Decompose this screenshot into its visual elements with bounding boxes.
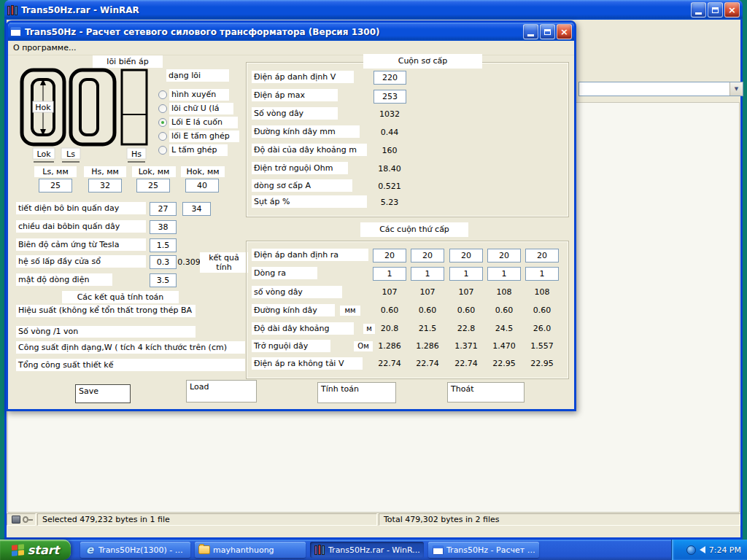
secondary-value-length-5: 26.0 [525, 323, 559, 335]
folder-icon [198, 544, 210, 556]
statusbar-total: Total 479,302 bytes in 2 files [379, 513, 740, 526]
secondary-value-diameter-3: 0.60 [449, 305, 483, 316]
secondary-value-turns-1: 107 [373, 287, 406, 298]
dim-input-hok[interactable] [185, 179, 219, 192]
start-button[interactable]: start [0, 540, 71, 560]
diagram-hok-label: Hok [35, 103, 51, 112]
secondary-input-current-5[interactable] [525, 267, 559, 281]
dim-input-lok[interactable] [136, 179, 170, 192]
winrar-restore-button[interactable] [708, 2, 723, 18]
secondary-label-current-out: Dòng ra [252, 267, 317, 279]
secondary-label-resistance: Trở nguội dây [252, 340, 330, 352]
primary-label-turns: Số vòng dây [252, 107, 338, 120]
param-label-flux-density: Biên độ cảm ứng từ Tesla [16, 238, 146, 251]
primary-title: Cuộn sơ cấp [363, 54, 482, 69]
dialog-close-button[interactable]: × [557, 24, 572, 39]
combo-dropdown-icon[interactable]: ▼ [729, 82, 743, 96]
dim-label-hs: Hs, мм [84, 166, 126, 177]
secondary-input-current-4[interactable] [487, 267, 521, 281]
dim-input-hs[interactable] [88, 179, 122, 192]
secondary-input-voltage-3[interactable] [449, 249, 483, 262]
primary-label-voltage: Điện áp danh định V [252, 71, 354, 83]
taskbar-item-transformer-app[interactable]: Trans50Hz - Расчет с... [428, 542, 539, 558]
winrar-titlebar[interactable]: Trans50Hz.rar - WinRAR × [4, 0, 743, 20]
param-input-bobbin-section-a[interactable] [150, 202, 177, 216]
windows-flag-icon [12, 544, 24, 556]
start-button-label: start [28, 543, 60, 557]
internet-explorer-icon: e [84, 544, 96, 556]
maximize-icon [544, 29, 551, 35]
primary-input-voltage-max[interactable] [374, 90, 406, 104]
secondary-input-voltage-4[interactable] [487, 249, 521, 262]
secondary-value-diameter-1: 0.60 [373, 305, 406, 316]
save-button[interactable]: Save [75, 384, 131, 403]
secondary-input-voltage-1[interactable] [373, 249, 406, 262]
diagram-ls-label: Ls [66, 149, 75, 159]
secondary-input-current-2[interactable] [411, 267, 444, 281]
radio-label-e-stacked[interactable]: lối E tấm ghép [169, 131, 239, 142]
secondary-input-voltage-5[interactable] [525, 249, 559, 262]
primary-value-wire-diameter: 0.44 [368, 127, 411, 139]
application-form-icon [10, 27, 21, 36]
system-tray: 7:24 PM [671, 540, 747, 560]
dialog-titlebar[interactable]: Trans50Hz - Расчет сетевого силового тра… [8, 23, 574, 41]
param-input-fill-factor[interactable] [150, 255, 177, 269]
winrar-window-title: Trans50Hz.rar - WinRAR [21, 5, 691, 15]
dialog-maximize-button[interactable] [540, 24, 555, 39]
diagram-lok-label: Lok [36, 149, 51, 159]
radio-label-u[interactable]: lõi chữ U (lá [169, 103, 233, 114]
secondary-value-length-2: 21.5 [411, 323, 444, 335]
primary-groupbox [246, 62, 569, 217]
secondary-value-length-1: 20.8 [373, 323, 406, 335]
load-button[interactable]: Load [186, 380, 257, 402]
exit-button[interactable]: Thoát [447, 382, 525, 402]
secondary-unit-mm: мм [340, 306, 360, 316]
calculate-button[interactable]: Tính toán [317, 382, 396, 403]
radio-label-e-wound[interactable]: Lối E lá cuốn [169, 117, 238, 128]
result-label-efficiency: Hiệu suất (không kể tổn thất trong thép … [16, 305, 196, 317]
winrar-address-combobox[interactable]: ▼ [578, 82, 743, 96]
dim-input-ls[interactable] [39, 179, 72, 192]
secondary-value-resistance-3: 1.371 [449, 341, 483, 352]
taskbar-item-label: Trans50Hz - Расчет с... [446, 545, 535, 555]
dialog-minimize-button[interactable] [523, 24, 538, 39]
primary-value-voltage-drop: 5.23 [368, 197, 411, 209]
winrar-minimize-button[interactable] [691, 2, 706, 18]
core-type-label: dạng lõi [166, 69, 229, 82]
taskbar-item-folder[interactable]: mayhanthuong [195, 542, 306, 558]
radio-core-e-stacked[interactable] [158, 132, 167, 141]
radio-core-toroid[interactable] [158, 90, 167, 99]
secondary-unit-ohm: Ом [354, 341, 373, 351]
taskbar-item-browser[interactable]: e Trans50Hz(1300) - Đi... [80, 542, 190, 558]
menu-about[interactable]: О программе... [8, 41, 81, 55]
secondary-value-turns-2: 107 [411, 287, 444, 298]
secondary-value-length-4: 24.5 [487, 323, 521, 335]
result-label-rated-power: Công suất định dạng,W ( tích 4 kích thướ… [16, 341, 245, 354]
radio-label-toroid[interactable]: hình xuyến [169, 89, 229, 101]
dialog-menubar: О программе... [8, 41, 574, 55]
param-input-bobbin-section-b[interactable] [182, 202, 211, 216]
secondary-value-turns-3: 107 [449, 287, 483, 298]
radio-core-u[interactable] [158, 104, 167, 113]
radio-core-l-stacked[interactable] [158, 146, 167, 155]
network-tray-icon[interactable] [686, 545, 696, 555]
volume-tray-icon[interactable] [700, 546, 705, 553]
param-input-current-density[interactable] [150, 273, 177, 287]
radio-core-e-wound[interactable] [158, 118, 167, 127]
secondary-input-current-1[interactable] [373, 267, 406, 281]
secondary-input-voltage-2[interactable] [411, 249, 444, 262]
winrar-statusbar: Selected 479,232 bytes in 1 file Total 4… [7, 513, 740, 526]
primary-input-voltage[interactable] [374, 71, 406, 85]
taskbar-item-winrar[interactable]: Trans50Hz.rar - WinR... [310, 542, 424, 558]
secondary-value-noload-3: 22.74 [449, 358, 483, 370]
statusbar-selected: Selected 479,232 bytes in 1 file [37, 513, 377, 526]
radio-label-l-stacked[interactable]: L tấm ghép [169, 144, 228, 156]
secondary-label-no-load-voltage: Điện áp ra không tải V [252, 357, 363, 370]
winrar-close-button[interactable]: × [724, 2, 740, 18]
secondary-value-turns-5: 108 [525, 287, 559, 298]
secondary-input-current-3[interactable] [449, 267, 483, 281]
winrar-books-icon [314, 544, 325, 556]
param-input-flux-density[interactable] [150, 238, 177, 252]
param-input-bobbin-length[interactable] [150, 220, 177, 234]
primary-label-voltage-drop: Sụt áp % [252, 195, 367, 208]
